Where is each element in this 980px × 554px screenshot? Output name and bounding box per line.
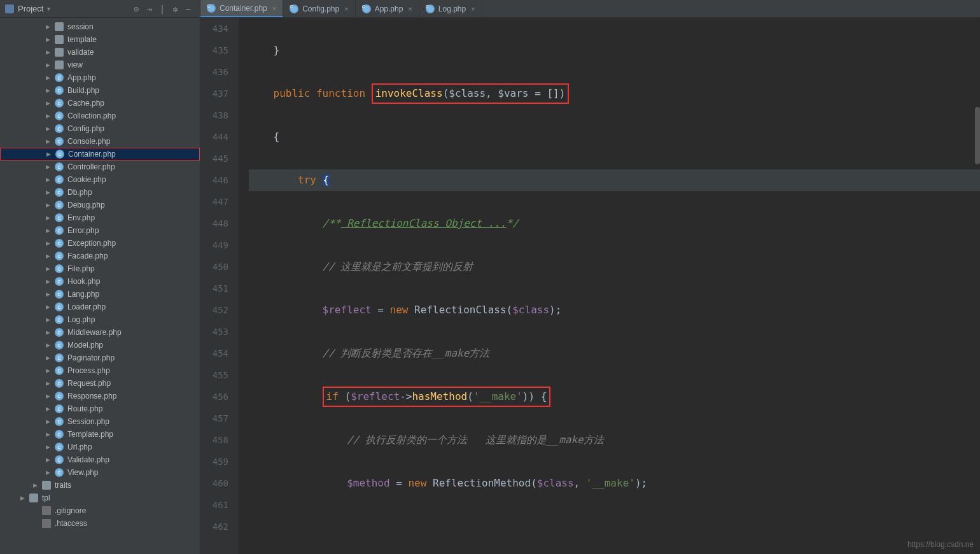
tree-item-hook-php[interactable]: ▶CHook.php bbox=[0, 275, 200, 288]
tree-item-exception-php[interactable]: ▶CException.php bbox=[0, 237, 200, 250]
close-icon[interactable]: × bbox=[344, 5, 348, 13]
tree-item-file-php[interactable]: ▶CFile.php bbox=[0, 262, 200, 275]
expand-arrow-icon[interactable]: ▶ bbox=[46, 329, 55, 336]
expand-arrow-icon[interactable]: ▶ bbox=[46, 62, 55, 68]
code-content[interactable]: } public function invokeClass($class, $v… bbox=[239, 18, 980, 554]
tree-item-cache-php[interactable]: ▶CCache.php bbox=[0, 97, 200, 110]
tree-item-request-php[interactable]: ▶CRequest.php bbox=[0, 377, 200, 390]
expand-arrow-icon[interactable]: ▶ bbox=[46, 202, 55, 208]
tree-item-session[interactable]: ▶session bbox=[0, 20, 200, 33]
expand-arrow-icon[interactable]: ▶ bbox=[46, 87, 55, 94]
tree-item-view[interactable]: ▶view bbox=[0, 59, 200, 71]
expand-arrow-icon[interactable]: ▶ bbox=[46, 227, 55, 234]
file-tree[interactable]: ▶session▶template▶validate▶view▶CApp.php… bbox=[0, 18, 200, 554]
tree-item-view-php[interactable]: ▶CView.php bbox=[0, 466, 200, 479]
tree-item-cookie-php[interactable]: ▶CCookie.php bbox=[0, 173, 200, 186]
tree-item-url-php[interactable]: ▶CUrl.php bbox=[0, 441, 200, 453]
expand-arrow-icon[interactable]: ▶ bbox=[46, 380, 55, 387]
target-icon[interactable]: ⊙ bbox=[134, 4, 139, 14]
expand-arrow-icon[interactable]: ▶ bbox=[46, 393, 55, 399]
tree-item-log-php[interactable]: ▶CLog.php bbox=[0, 313, 200, 326]
expand-arrow-icon[interactable]: ▶ bbox=[46, 367, 55, 374]
expand-arrow-icon[interactable]: ▶ bbox=[46, 240, 55, 246]
expand-arrow-icon[interactable]: ▶ bbox=[46, 406, 55, 412]
tree-item--htaccess[interactable]: .htaccess bbox=[0, 517, 200, 530]
expand-arrow-icon[interactable]: ▶ bbox=[46, 138, 55, 145]
expand-arrow-icon[interactable]: ▶ bbox=[46, 100, 55, 106]
expand-arrow-icon[interactable]: ▶ bbox=[46, 36, 55, 43]
expand-arrow-icon[interactable]: ▶ bbox=[46, 457, 55, 463]
tree-item-app-php[interactable]: ▶CApp.php bbox=[0, 71, 200, 84]
expand-arrow-icon[interactable]: ▶ bbox=[46, 75, 55, 81]
tree-item-db-php[interactable]: ▶CDb.php bbox=[0, 186, 200, 199]
expand-arrow-icon[interactable]: ▶ bbox=[46, 266, 55, 272]
tree-item-traits[interactable]: ▶traits bbox=[0, 479, 200, 492]
tree-item-facade-php[interactable]: ▶CFacade.php bbox=[0, 250, 200, 262]
tree-item-controller-php[interactable]: ▶CController.php bbox=[0, 160, 200, 173]
expand-arrow-icon[interactable]: ▶ bbox=[46, 176, 55, 183]
tree-item-response-php[interactable]: ▶CResponse.php bbox=[0, 390, 200, 402]
tab-config-php[interactable]: CConfig.php× bbox=[283, 0, 355, 17]
expand-arrow-icon[interactable]: ▶ bbox=[46, 49, 55, 55]
tree-item-console-php[interactable]: ▶CConsole.php bbox=[0, 135, 200, 148]
tree-item-process-php[interactable]: ▶CProcess.php bbox=[0, 364, 200, 377]
close-icon[interactable]: × bbox=[272, 4, 276, 12]
expand-arrow-icon[interactable]: ▶ bbox=[46, 316, 55, 323]
tree-item-template[interactable]: ▶template bbox=[0, 33, 200, 46]
tree-item-validate[interactable]: ▶validate bbox=[0, 46, 200, 59]
tree-item-debug-php[interactable]: ▶CDebug.php bbox=[0, 199, 200, 211]
expand-arrow-icon[interactable]: ▶ bbox=[46, 444, 55, 450]
tree-item-middleware-php[interactable]: ▶CMiddleware.php bbox=[0, 326, 200, 339]
expand-arrow-icon[interactable]: ▶ bbox=[46, 253, 55, 259]
tree-item-build-php[interactable]: ▶CBuild.php bbox=[0, 84, 200, 97]
chevron-down-icon[interactable]: ▾ bbox=[46, 4, 51, 13]
tree-item-label: template bbox=[67, 35, 97, 44]
tree-item-tpl[interactable]: ▶tpl bbox=[0, 492, 200, 504]
collapse-icon[interactable]: ⇥ bbox=[146, 4, 151, 14]
tree-item-error-php[interactable]: ▶CError.php bbox=[0, 224, 200, 237]
tree-item-env-php[interactable]: ▶CEnv.php bbox=[0, 211, 200, 224]
expand-arrow-icon[interactable]: ▶ bbox=[46, 418, 55, 425]
tree-item-lang-php[interactable]: ▶CLang.php bbox=[0, 288, 200, 301]
expand-arrow-icon[interactable]: ▶ bbox=[46, 151, 55, 157]
hide-icon[interactable]: − bbox=[186, 4, 191, 14]
tree-item-label: session bbox=[67, 22, 94, 31]
tree-item-template-php[interactable]: ▶CTemplate.php bbox=[0, 428, 200, 441]
tab-container-php[interactable]: CContainer.php× bbox=[200, 0, 283, 17]
expand-arrow-icon[interactable]: ▶ bbox=[46, 291, 55, 297]
expand-arrow-icon[interactable]: ▶ bbox=[46, 125, 55, 132]
expand-arrow-icon[interactable]: ▶ bbox=[46, 24, 55, 30]
tree-item-session-php[interactable]: ▶CSession.php bbox=[0, 415, 200, 428]
expand-arrow-icon[interactable]: ▶ bbox=[46, 431, 55, 437]
tree-item-model-php[interactable]: ▶CModel.php bbox=[0, 339, 200, 352]
gear-icon[interactable]: ✲ bbox=[172, 4, 178, 14]
scrollbar-thumb[interactable] bbox=[975, 107, 980, 164]
expand-arrow-icon[interactable]: ▶ bbox=[46, 469, 55, 476]
tab-app-php[interactable]: CApp.php× bbox=[356, 0, 419, 17]
expand-arrow-icon[interactable]: ▶ bbox=[46, 164, 55, 170]
tree-item-paginator-php[interactable]: ▶CPaginator.php bbox=[0, 352, 200, 364]
tree-item--gitignore[interactable]: .gitignore bbox=[0, 504, 200, 517]
tree-item-loader-php[interactable]: ▶CLoader.php bbox=[0, 301, 200, 313]
expand-arrow-icon[interactable]: ▶ bbox=[46, 278, 55, 285]
expand-arrow-icon[interactable]: ▶ bbox=[46, 342, 55, 348]
tree-item-validate-php[interactable]: ▶CValidate.php bbox=[0, 453, 200, 466]
expand-arrow-icon[interactable]: ▶ bbox=[46, 215, 55, 221]
expand-arrow-icon[interactable]: ▶ bbox=[46, 304, 55, 310]
expand-arrow-icon[interactable]: ▶ bbox=[46, 355, 55, 361]
expand-arrow-icon[interactable]: ▶ bbox=[46, 113, 55, 119]
tree-item-container-php[interactable]: ▶CContainer.php bbox=[0, 148, 200, 160]
tree-item-config-php[interactable]: ▶CConfig.php bbox=[0, 122, 200, 135]
tab-log-php[interactable]: CLog.php× bbox=[419, 0, 482, 17]
tree-item-route-php[interactable]: ▶CRoute.php bbox=[0, 402, 200, 415]
expand-arrow-icon[interactable]: ▶ bbox=[20, 495, 29, 501]
php-icon: C bbox=[55, 366, 64, 375]
close-icon[interactable]: × bbox=[471, 5, 475, 13]
expand-arrow-icon[interactable]: ▶ bbox=[46, 189, 55, 195]
tree-item-label: Middleware.php bbox=[67, 328, 122, 337]
tree-item-collection-php[interactable]: ▶CCollection.php bbox=[0, 110, 200, 122]
php-icon: C bbox=[55, 430, 64, 439]
close-icon[interactable]: × bbox=[408, 5, 412, 13]
tree-item-label: Validate.php bbox=[67, 455, 109, 464]
expand-arrow-icon[interactable]: ▶ bbox=[33, 482, 42, 488]
